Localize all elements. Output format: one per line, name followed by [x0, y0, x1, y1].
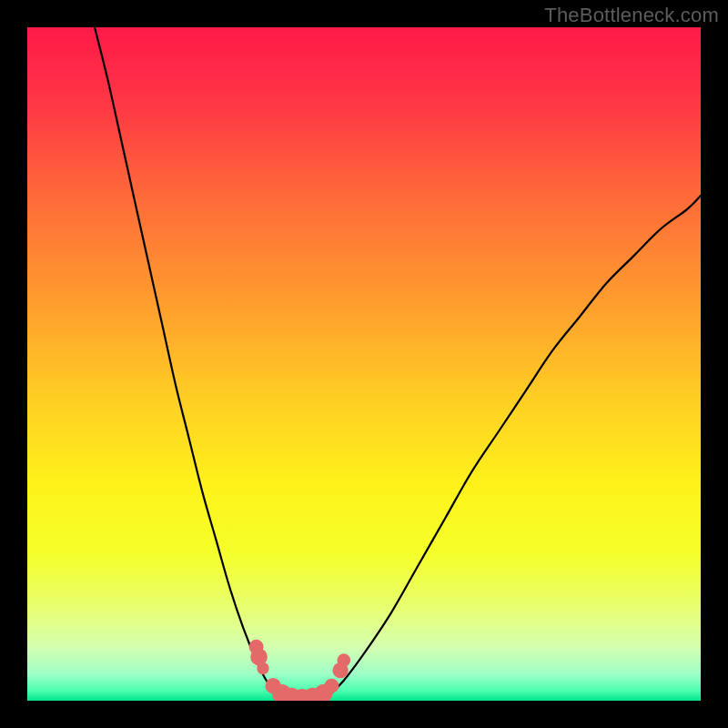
chart-frame: TheBottleneck.com [0, 0, 728, 728]
valley-marker [337, 653, 350, 667]
valley-marker [257, 662, 268, 674]
chart-svg [27, 27, 701, 701]
plot-area [27, 27, 701, 701]
svg-rect-0 [27, 27, 701, 701]
watermark-text: TheBottleneck.com [544, 4, 719, 27]
valley-marker [324, 679, 339, 693]
